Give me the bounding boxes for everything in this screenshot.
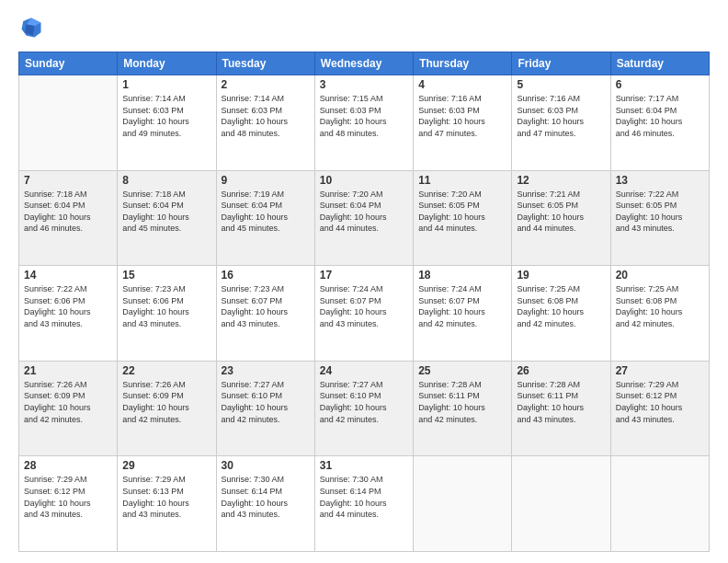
day-number: 21 — [24, 364, 112, 377]
day-number: 25 — [418, 364, 506, 377]
cell-info: Sunrise: 7:28 AM Sunset: 6:11 PM Dayligh… — [418, 379, 506, 425]
cell-info: Sunrise: 7:14 AM Sunset: 6:03 PM Dayligh… — [122, 93, 210, 139]
day-number: 16 — [222, 269, 310, 282]
cell-info: Sunrise: 7:30 AM Sunset: 6:14 PM Dayligh… — [320, 474, 408, 520]
calendar-cell: 22Sunrise: 7:26 AM Sunset: 6:09 PM Dayli… — [118, 361, 216, 456]
calendar-cell: 21Sunrise: 7:26 AM Sunset: 6:09 PM Dayli… — [19, 361, 118, 456]
calendar-week-row: 28Sunrise: 7:29 AM Sunset: 6:12 PM Dayli… — [19, 456, 710, 552]
weekday-header-tuesday: Tuesday — [216, 52, 314, 75]
day-number: 4 — [418, 78, 506, 91]
calendar-cell: 25Sunrise: 7:28 AM Sunset: 6:11 PM Dayli… — [414, 361, 512, 456]
cell-info: Sunrise: 7:20 AM Sunset: 6:05 PM Dayligh… — [418, 189, 506, 235]
day-number: 13 — [616, 174, 704, 187]
calendar-cell: 23Sunrise: 7:27 AM Sunset: 6:10 PM Dayli… — [216, 361, 314, 456]
cell-info: Sunrise: 7:27 AM Sunset: 6:10 PM Dayligh… — [222, 379, 310, 425]
cell-info: Sunrise: 7:25 AM Sunset: 6:08 PM Dayligh… — [517, 283, 605, 329]
day-number: 29 — [122, 459, 210, 472]
logo-icon — [18, 15, 44, 40]
cell-info: Sunrise: 7:18 AM Sunset: 6:04 PM Dayligh… — [122, 189, 210, 235]
calendar-week-row: 14Sunrise: 7:22 AM Sunset: 6:06 PM Dayli… — [19, 266, 710, 362]
cell-info: Sunrise: 7:29 AM Sunset: 6:12 PM Dayligh… — [24, 474, 112, 520]
calendar-week-row: 7Sunrise: 7:18 AM Sunset: 6:04 PM Daylig… — [19, 170, 710, 266]
cell-info: Sunrise: 7:26 AM Sunset: 6:09 PM Dayligh… — [24, 379, 112, 425]
cell-info: Sunrise: 7:14 AM Sunset: 6:03 PM Dayligh… — [222, 93, 310, 139]
day-number: 22 — [122, 364, 210, 377]
calendar-cell — [512, 456, 610, 552]
calendar-cell: 7Sunrise: 7:18 AM Sunset: 6:04 PM Daylig… — [19, 170, 118, 266]
day-number: 5 — [517, 78, 605, 91]
calendar-cell: 20Sunrise: 7:25 AM Sunset: 6:08 PM Dayli… — [610, 266, 709, 362]
day-number: 31 — [320, 459, 408, 472]
cell-info: Sunrise: 7:21 AM Sunset: 6:05 PM Dayligh… — [517, 189, 605, 235]
weekday-header-thursday: Thursday — [414, 52, 512, 75]
cell-info: Sunrise: 7:16 AM Sunset: 6:03 PM Dayligh… — [418, 93, 506, 139]
calendar-header-row: SundayMondayTuesdayWednesdayThursdayFrid… — [19, 52, 710, 75]
calendar-cell: 9Sunrise: 7:19 AM Sunset: 6:04 PM Daylig… — [216, 170, 314, 266]
cell-info: Sunrise: 7:23 AM Sunset: 6:07 PM Dayligh… — [222, 283, 310, 329]
day-number: 3 — [320, 78, 408, 91]
calendar-cell: 16Sunrise: 7:23 AM Sunset: 6:07 PM Dayli… — [216, 266, 314, 362]
calendar-cell: 17Sunrise: 7:24 AM Sunset: 6:07 PM Dayli… — [314, 266, 413, 362]
weekday-header-sunday: Sunday — [19, 52, 118, 75]
calendar-cell: 28Sunrise: 7:29 AM Sunset: 6:12 PM Dayli… — [19, 456, 118, 552]
day-number: 19 — [517, 269, 605, 282]
calendar-cell: 8Sunrise: 7:18 AM Sunset: 6:04 PM Daylig… — [118, 170, 216, 266]
calendar-cell: 19Sunrise: 7:25 AM Sunset: 6:08 PM Dayli… — [512, 266, 610, 362]
day-number: 26 — [517, 364, 605, 377]
calendar-cell — [19, 75, 118, 171]
cell-info: Sunrise: 7:24 AM Sunset: 6:07 PM Dayligh… — [320, 283, 408, 329]
page: SundayMondayTuesdayWednesdayThursdayFrid… — [0, 0, 728, 563]
day-number: 14 — [24, 269, 112, 282]
cell-info: Sunrise: 7:28 AM Sunset: 6:11 PM Dayligh… — [517, 379, 605, 425]
calendar-cell: 29Sunrise: 7:29 AM Sunset: 6:13 PM Dayli… — [118, 456, 216, 552]
weekday-header-saturday: Saturday — [610, 52, 709, 75]
calendar-cell: 1Sunrise: 7:14 AM Sunset: 6:03 PM Daylig… — [118, 75, 216, 171]
calendar-cell: 11Sunrise: 7:20 AM Sunset: 6:05 PM Dayli… — [414, 170, 512, 266]
logo — [18, 17, 47, 42]
calendar-cell: 13Sunrise: 7:22 AM Sunset: 6:05 PM Dayli… — [610, 170, 709, 266]
calendar-cell: 3Sunrise: 7:15 AM Sunset: 6:03 PM Daylig… — [314, 75, 413, 171]
calendar-cell: 15Sunrise: 7:23 AM Sunset: 6:06 PM Dayli… — [118, 266, 216, 362]
day-number: 12 — [517, 174, 605, 187]
weekday-header-friday: Friday — [512, 52, 610, 75]
weekday-header-wednesday: Wednesday — [314, 52, 413, 75]
day-number: 30 — [222, 459, 310, 472]
day-number: 28 — [24, 459, 112, 472]
day-number: 7 — [24, 174, 112, 187]
calendar-cell: 4Sunrise: 7:16 AM Sunset: 6:03 PM Daylig… — [414, 75, 512, 171]
weekday-header-monday: Monday — [118, 52, 216, 75]
calendar-cell: 27Sunrise: 7:29 AM Sunset: 6:12 PM Dayli… — [610, 361, 709, 456]
cell-info: Sunrise: 7:23 AM Sunset: 6:06 PM Dayligh… — [122, 283, 210, 329]
calendar-cell: 30Sunrise: 7:30 AM Sunset: 6:14 PM Dayli… — [216, 456, 314, 552]
day-number: 8 — [122, 174, 210, 187]
day-number: 6 — [616, 78, 704, 91]
calendar-cell: 18Sunrise: 7:24 AM Sunset: 6:07 PM Dayli… — [414, 266, 512, 362]
day-number: 24 — [320, 364, 408, 377]
cell-info: Sunrise: 7:20 AM Sunset: 6:04 PM Dayligh… — [320, 189, 408, 235]
cell-info: Sunrise: 7:25 AM Sunset: 6:08 PM Dayligh… — [616, 283, 704, 329]
day-number: 2 — [222, 78, 310, 91]
day-number: 10 — [320, 174, 408, 187]
cell-info: Sunrise: 7:29 AM Sunset: 6:13 PM Dayligh… — [122, 474, 210, 520]
day-number: 23 — [222, 364, 310, 377]
cell-info: Sunrise: 7:27 AM Sunset: 6:10 PM Dayligh… — [320, 379, 408, 425]
calendar-table: SundayMondayTuesdayWednesdayThursdayFrid… — [18, 52, 710, 552]
calendar-cell — [610, 456, 709, 552]
day-number: 1 — [122, 78, 210, 91]
cell-info: Sunrise: 7:18 AM Sunset: 6:04 PM Dayligh… — [24, 189, 112, 235]
cell-info: Sunrise: 7:17 AM Sunset: 6:04 PM Dayligh… — [616, 93, 704, 139]
calendar-cell: 14Sunrise: 7:22 AM Sunset: 6:06 PM Dayli… — [19, 266, 118, 362]
day-number: 17 — [320, 269, 408, 282]
calendar-cell: 6Sunrise: 7:17 AM Sunset: 6:04 PM Daylig… — [610, 75, 709, 171]
header — [18, 17, 710, 42]
cell-info: Sunrise: 7:16 AM Sunset: 6:03 PM Dayligh… — [517, 93, 605, 139]
calendar-week-row: 1Sunrise: 7:14 AM Sunset: 6:03 PM Daylig… — [19, 75, 710, 171]
day-number: 20 — [616, 269, 704, 282]
day-number: 11 — [418, 174, 506, 187]
cell-info: Sunrise: 7:30 AM Sunset: 6:14 PM Dayligh… — [222, 474, 310, 520]
calendar-cell: 12Sunrise: 7:21 AM Sunset: 6:05 PM Dayli… — [512, 170, 610, 266]
calendar-cell — [414, 456, 512, 552]
calendar-cell: 10Sunrise: 7:20 AM Sunset: 6:04 PM Dayli… — [314, 170, 413, 266]
cell-info: Sunrise: 7:22 AM Sunset: 6:05 PM Dayligh… — [616, 189, 704, 235]
cell-info: Sunrise: 7:19 AM Sunset: 6:04 PM Dayligh… — [222, 189, 310, 235]
